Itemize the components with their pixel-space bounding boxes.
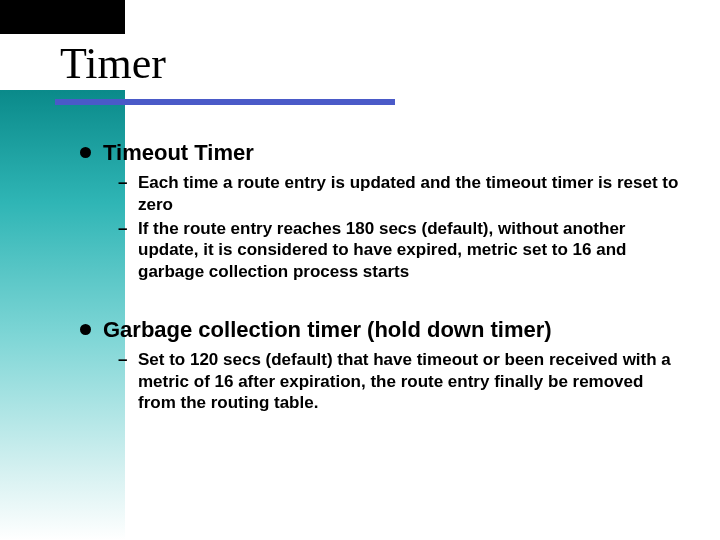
title-underline (55, 99, 395, 105)
sub-list: – Set to 120 secs (default) that have ti… (118, 349, 680, 414)
dash-icon: – (118, 218, 132, 240)
sub-bullet: – If the route entry reaches 180 secs (d… (118, 218, 680, 283)
slide-title: Timer (60, 38, 166, 89)
bullet-heading-text: Timeout Timer (103, 140, 254, 166)
disc-bullet-icon (80, 147, 91, 158)
sub-bullet-text: Each time a route entry is updated and t… (138, 172, 680, 216)
sub-list: – Each time a route entry is updated and… (118, 172, 680, 283)
sub-bullet-text: Set to 120 secs (default) that have time… (138, 349, 680, 414)
dash-icon: – (118, 172, 132, 194)
slide: Timer Timeout Timer – Each time a route … (0, 0, 720, 540)
bullet-heading: Timeout Timer (80, 140, 680, 166)
bullet-item: Timeout Timer – Each time a route entry … (80, 140, 680, 283)
dash-icon: – (118, 349, 132, 371)
bullet-item: Garbage collection timer (hold down time… (80, 317, 680, 414)
disc-bullet-icon (80, 324, 91, 335)
sub-bullet: – Each time a route entry is updated and… (118, 172, 680, 216)
corner-block (0, 0, 125, 34)
sub-bullet: – Set to 120 secs (default) that have ti… (118, 349, 680, 414)
bullet-heading: Garbage collection timer (hold down time… (80, 317, 680, 343)
content-area: Timeout Timer – Each time a route entry … (80, 140, 680, 448)
bullet-heading-text: Garbage collection timer (hold down time… (103, 317, 552, 343)
sub-bullet-text: If the route entry reaches 180 secs (def… (138, 218, 680, 283)
